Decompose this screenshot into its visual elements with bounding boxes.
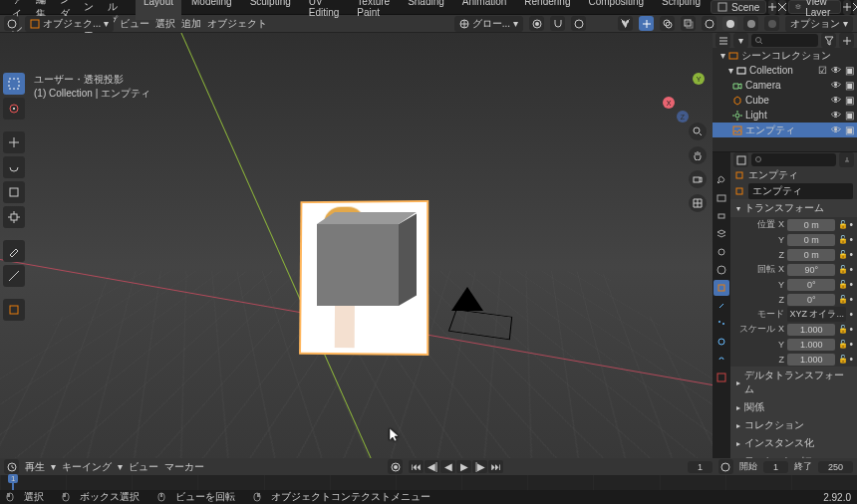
panel-header-relations[interactable]: 関係 [730, 398, 857, 416]
dot-icon[interactable]: • [849, 309, 853, 320]
props-output-tab[interactable] [714, 208, 729, 224]
eye-icon[interactable]: 👁 [831, 95, 841, 106]
jump-start-button[interactable]: ⏮ [409, 460, 424, 473]
props-objectdata-tab[interactable] [714, 370, 729, 385]
tool-select-box[interactable] [3, 73, 25, 95]
lock-icon[interactable]: 🔓 [838, 340, 846, 349]
filter-button[interactable] [821, 33, 836, 48]
next-keyframe-button[interactable]: |▶ [472, 460, 487, 473]
tab-rendering[interactable]: Rendering [516, 0, 578, 20]
eye-icon[interactable]: 👁 [831, 125, 841, 135]
field-scale-z[interactable]: 1.000 [787, 354, 835, 366]
vp-menu-add[interactable]: 追加 [181, 17, 201, 31]
editor-type-button[interactable] [4, 16, 19, 31]
props-search[interactable] [751, 153, 836, 166]
lock-icon[interactable]: 🔓 [838, 265, 846, 274]
shading-wireframe[interactable] [702, 16, 716, 31]
scene-new-button[interactable] [768, 0, 776, 15]
jump-end-button[interactable]: ⏭ [488, 460, 503, 473]
dot-icon[interactable]: • [849, 219, 853, 230]
camera-icon[interactable]: ▣ [845, 95, 854, 106]
props-viewlayer-tab[interactable] [714, 226, 729, 242]
props-object-tab[interactable] [714, 280, 729, 296]
camera-icon[interactable]: ▣ [845, 80, 854, 91]
default-cube[interactable] [317, 224, 399, 306]
pan-button[interactable] [689, 146, 707, 164]
overlays-button[interactable] [660, 16, 675, 31]
tab-uvediting[interactable]: UV Editing [301, 0, 348, 20]
dot-icon[interactable]: • [849, 339, 853, 350]
lock-icon[interactable]: 🔓 [838, 355, 846, 364]
play-button[interactable]: ▶ [456, 460, 471, 473]
checkbox-icon[interactable]: ☑ [818, 65, 827, 76]
xray-button[interactable] [681, 16, 696, 31]
props-physics-tab[interactable] [714, 334, 729, 350]
pivot-button[interactable] [529, 16, 544, 31]
scene-delete-button[interactable] [778, 0, 786, 15]
field-loc-x[interactable]: 0 m [787, 219, 835, 231]
tab-texturepaint[interactable]: Texture Paint [349, 0, 398, 20]
lock-icon[interactable]: 🔓 [838, 295, 846, 304]
snap-button[interactable] [550, 16, 565, 31]
viewlayer-new-button[interactable] [843, 0, 851, 15]
tl-menu-marker[interactable]: マーカー [164, 460, 204, 474]
persp-ortho-button[interactable] [689, 194, 707, 212]
shading-solid[interactable] [722, 16, 737, 31]
prev-keyframe-button[interactable]: ◀| [425, 460, 439, 473]
field-rot-mode[interactable]: XYZ オイラ... [787, 307, 846, 322]
vp-menu-object[interactable]: オブジェクト [207, 17, 267, 31]
camera-icon[interactable]: ▣ [845, 65, 854, 76]
props-datablock-row[interactable]: エンプティ [730, 183, 857, 199]
props-tool-tab[interactable] [714, 172, 729, 188]
lock-icon[interactable]: 🔓 [838, 325, 846, 334]
panel-header-instancing[interactable]: インスタンス化 [730, 434, 857, 452]
props-particles-tab[interactable] [714, 316, 729, 332]
props-editor-type[interactable] [733, 152, 748, 167]
proportional-button[interactable] [571, 16, 586, 31]
props-modifier-tab[interactable] [714, 298, 729, 314]
current-frame[interactable]: 1 [688, 461, 713, 473]
props-constraint-tab[interactable] [714, 352, 729, 368]
tree-collection[interactable]: ▾Collection☑👁▣ [713, 63, 857, 78]
navigation-gizmo[interactable]: Y X Z [661, 73, 705, 117]
gizmo-z[interactable]: Z [677, 111, 689, 123]
tool-transform[interactable] [3, 206, 25, 228]
tree-item-light[interactable]: Light👁▣ [713, 108, 857, 123]
lock-icon[interactable]: 🔓 [838, 250, 846, 259]
eye-icon[interactable]: 👁 [831, 80, 841, 91]
dot-icon[interactable]: • [849, 234, 853, 245]
props-datablock-name[interactable]: エンプティ [748, 183, 853, 199]
vp-menu-select[interactable]: 選択 [155, 17, 175, 31]
dot-icon[interactable]: • [849, 294, 853, 305]
tool-measure[interactable] [3, 265, 25, 287]
timeline-ruler[interactable]: 020406080100120140160180200220240 [0, 475, 857, 490]
new-collection-button[interactable] [839, 33, 854, 48]
field-scale-y[interactable]: 1.000 [787, 339, 835, 351]
eye-icon[interactable]: 👁 [831, 65, 841, 76]
tool-cursor[interactable] [3, 98, 25, 120]
orientation-selector[interactable]: グロー...▾ [454, 16, 523, 32]
camera-icon[interactable]: ▣ [845, 125, 854, 135]
viewlayer-selector[interactable]: View Layer [788, 0, 841, 14]
field-loc-y[interactable]: 0 m [787, 234, 835, 246]
tool-annotate[interactable] [3, 240, 25, 262]
lock-icon[interactable]: 🔓 [838, 220, 846, 229]
tree-item-empty[interactable]: エンプティ👁▣ [713, 123, 857, 137]
zoom-button[interactable] [689, 123, 707, 140]
start-frame[interactable]: 1 [763, 461, 788, 473]
lock-icon[interactable]: 🔓 [838, 280, 846, 289]
camera-object[interactable] [451, 287, 511, 339]
tree-item-cube[interactable]: Cube👁▣ [713, 93, 857, 108]
outliner-editor-type[interactable] [715, 33, 730, 48]
dot-icon[interactable]: • [849, 279, 853, 290]
panel-header-delta[interactable]: デルタトランスフォーム [730, 367, 857, 398]
field-rot-y[interactable]: 0° [787, 279, 835, 291]
tree-scene-collection[interactable]: ▾シーンコレクション [713, 48, 857, 63]
props-world-tab[interactable] [714, 262, 729, 278]
timeline-editor-type[interactable] [4, 459, 19, 474]
viewlayer-delete-button[interactable] [853, 0, 857, 15]
lock-icon[interactable]: 🔓 [838, 235, 846, 244]
scene-selector[interactable]: Scene [711, 0, 766, 14]
field-loc-z[interactable]: 0 m [787, 249, 835, 261]
dot-icon[interactable]: • [849, 264, 853, 275]
